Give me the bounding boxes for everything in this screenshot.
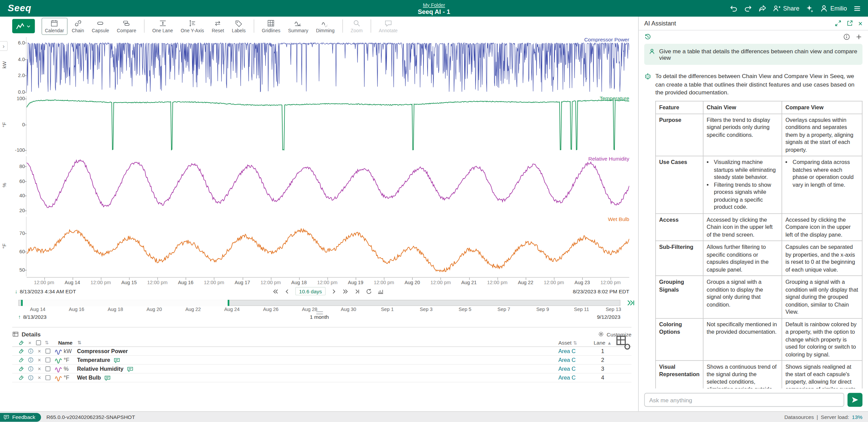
feature-cell: Use Cases	[656, 156, 703, 214]
eraser-icon[interactable]	[17, 357, 26, 363]
server-load-value[interactable]: 13%	[852, 414, 863, 420]
remove-icon[interactable]: ×	[35, 348, 43, 354]
column-name[interactable]: Name	[58, 340, 72, 346]
asset-link[interactable]: Area C	[558, 348, 575, 354]
comment-icon[interactable]	[104, 374, 111, 381]
toolbar-calendar-button[interactable]: Calendar	[41, 17, 67, 35]
sort-icon[interactable]: ⇅	[77, 340, 81, 345]
send-button[interactable]	[848, 393, 863, 407]
ai-sparkle-icon[interactable]	[806, 4, 814, 12]
eraser-icon[interactable]	[17, 375, 26, 381]
toolbar-gridlines-button[interactable]: Gridlines	[259, 17, 284, 35]
duration-selector[interactable]: 10.6 days	[295, 287, 326, 295]
toolbar-compare-button[interactable]: Compare	[113, 17, 139, 35]
column-asset[interactable]: Asset	[558, 340, 571, 346]
toolbar-labels-label: Labels	[232, 27, 246, 33]
lane-number: 4	[590, 375, 615, 381]
signal-icon	[53, 365, 64, 372]
item-info-icon[interactable]	[26, 348, 36, 354]
toolbar-dimming-button[interactable]: Dimming	[313, 17, 338, 35]
ai-chat-input[interactable]	[644, 393, 844, 407]
redo-icon[interactable]	[744, 4, 752, 12]
timebar-start[interactable]: ↑ 8/13/2023	[18, 314, 46, 320]
item-info-icon[interactable]	[26, 375, 36, 381]
details-panel: Details Customize ×⇅Name⇅Asset⇅Lane▲×kWC…	[12, 327, 631, 382]
popout-icon[interactable]	[847, 20, 853, 27]
close-icon[interactable]: ×	[858, 20, 862, 27]
row-checkbox[interactable]	[43, 366, 53, 371]
hamburger-icon[interactable]	[853, 4, 861, 12]
eraser-icon[interactable]	[17, 366, 26, 372]
forward-icon[interactable]	[758, 4, 766, 12]
x-tick-label: Aug 18	[291, 280, 307, 285]
share-button[interactable]: Share	[773, 4, 799, 12]
asset-link[interactable]: Area C	[558, 366, 575, 372]
row-checkbox[interactable]	[43, 349, 53, 354]
fast-forward-button[interactable]	[342, 288, 349, 295]
reset-icon	[214, 19, 222, 27]
eraser-icon[interactable]	[17, 340, 26, 346]
item-info-icon[interactable]	[26, 357, 36, 363]
timebar-track[interactable]	[18, 300, 620, 306]
table-header-cell: Chain View	[703, 101, 782, 114]
toolbar-capsule-button[interactable]: Capsule	[89, 17, 112, 35]
x-tick-label: Aug 19	[348, 280, 363, 285]
datasources-link[interactable]: Datasources	[784, 414, 814, 420]
temperature-trend[interactable]	[26, 94, 629, 155]
toolbar-summary-button[interactable]: Summary	[285, 17, 312, 35]
remove-icon[interactable]: ×	[35, 366, 43, 372]
comment-icon[interactable]	[113, 356, 120, 363]
toolbar-one-y-axis-button[interactable]: One Y-Axis	[177, 17, 207, 35]
sidebar-expand-handle[interactable]: ›	[0, 41, 8, 51]
wet-bulb-trend[interactable]	[26, 215, 629, 277]
feedback-button[interactable]: Feedback	[0, 412, 41, 421]
breadcrumb[interactable]: My Folder	[423, 2, 445, 7]
expand-icon[interactable]	[835, 20, 842, 27]
timebar-selection[interactable]	[21, 300, 229, 306]
y-tick-label: 60	[10, 249, 25, 254]
undo-icon[interactable]	[729, 4, 737, 12]
gear-icon	[598, 331, 605, 338]
x-tick-label: Aug 21	[461, 280, 477, 285]
toolbar-chain-button[interactable]: Chain	[69, 17, 88, 35]
column-lane[interactable]: Lane	[593, 340, 605, 346]
toolbar-labels-button[interactable]: Labels	[228, 17, 249, 35]
remove-all-icon[interactable]: ×	[26, 340, 34, 346]
toolbar-trend-button[interactable]	[12, 19, 35, 33]
new-chat-icon[interactable]	[855, 33, 862, 40]
rewind-button[interactable]	[272, 288, 279, 295]
remove-icon[interactable]: ×	[35, 357, 43, 363]
skip-to-end-button[interactable]	[354, 288, 361, 295]
info-icon[interactable]	[843, 33, 850, 40]
toolbar-chain-label: Chain	[72, 27, 84, 33]
x-tick-label: Aug 14	[65, 280, 80, 285]
x-tick-label: 12:00 pm	[261, 280, 281, 285]
chat-history-icon[interactable]	[644, 33, 651, 40]
step-forward-button[interactable]	[331, 288, 338, 295]
capsule-time-button[interactable]	[377, 288, 384, 295]
eraser-icon[interactable]	[17, 348, 26, 354]
comment-icon[interactable]	[127, 366, 134, 372]
sort-icon[interactable]: ▲	[607, 340, 612, 345]
item-info-icon[interactable]	[26, 366, 36, 372]
step-back-button[interactable]	[284, 288, 290, 295]
y-tick-label: 20	[10, 208, 25, 213]
signal-icon	[53, 356, 64, 364]
compressor-power-trend[interactable]	[26, 35, 629, 94]
sort-icon[interactable]: ⇅	[45, 340, 58, 345]
asset-link[interactable]: Area C	[558, 375, 575, 381]
row-checkbox[interactable]	[43, 357, 53, 363]
relative-humidity-trend[interactable]	[26, 154, 629, 215]
toolbar-one-lane-button[interactable]: One Lane	[149, 17, 176, 35]
toolbar-reset-button[interactable]: Reset	[208, 17, 227, 35]
sort-icon[interactable]: ⇅	[573, 340, 577, 345]
remove-icon[interactable]: ×	[35, 375, 43, 381]
refresh-button[interactable]	[366, 288, 373, 295]
asset-link[interactable]: Area C	[558, 357, 575, 363]
row-checkbox[interactable]	[43, 375, 53, 380]
select-all-checkbox[interactable]	[34, 340, 43, 345]
user-menu[interactable]: Emilio	[820, 4, 847, 12]
compare-view-cell: Accessed by clicking the Compare icon in…	[782, 214, 862, 241]
table-settings-icon[interactable]	[615, 334, 631, 351]
timebar-forward-icon[interactable]	[626, 299, 635, 307]
